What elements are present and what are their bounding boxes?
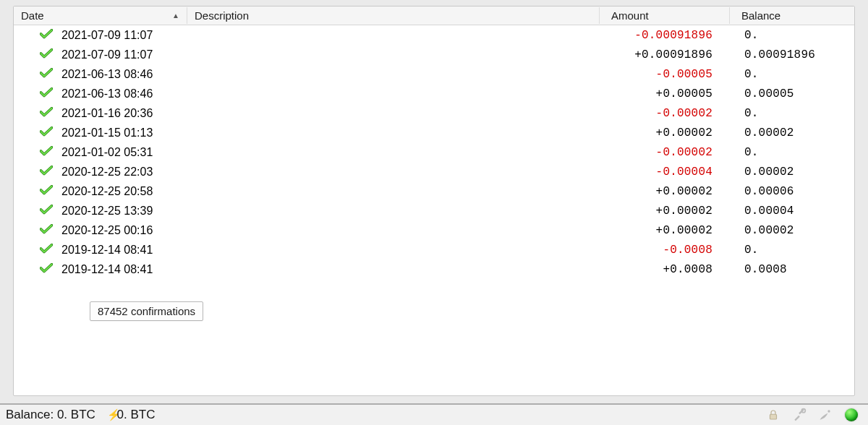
cell-balance: 0.: [730, 107, 854, 120]
cell-date: 2020-12-25 22:03: [14, 166, 187, 179]
sort-indicator-icon: ▲: [172, 11, 179, 19]
svg-point-1: [801, 409, 805, 413]
cell-balance: 0.00091896: [730, 48, 854, 61]
cell-balance: 0.00006: [730, 185, 854, 198]
table-row[interactable]: 2021-06-13 08:46-0.000050.: [14, 64, 854, 84]
cell-date: 2021-06-13 08:46: [14, 87, 187, 100]
cell-date: 2021-01-16 20:36: [14, 107, 187, 120]
status-left-group: Balance: 0. BTC ⚡ 0. BTC: [6, 408, 155, 422]
confirmed-check-icon: [40, 224, 53, 237]
table-row[interactable]: 2021-01-02 05:31-0.000020.: [14, 142, 854, 162]
cell-date-text: 2020-12-25 13:39: [61, 205, 153, 218]
confirmed-check-icon: [40, 126, 53, 139]
table-row[interactable]: 2021-07-09 11:07+0.000918960.00091896: [14, 45, 854, 64]
cell-balance: 0.00005: [730, 87, 854, 100]
column-header-balance-label: Balance: [741, 9, 780, 22]
cell-date-text: 2020-12-25 20:58: [61, 185, 153, 198]
table-row[interactable]: 2019-12-14 08:41-0.00080.: [14, 240, 854, 259]
status-balance: Balance: 0. BTC: [6, 408, 95, 422]
table-row[interactable]: 2020-12-25 00:16+0.000020.00002: [14, 220, 854, 240]
cell-amount: -0.00005: [600, 68, 730, 81]
cell-date-text: 2020-12-25 22:03: [61, 166, 153, 179]
cell-date-text: 2021-01-16 20:36: [61, 107, 153, 120]
cell-date-text: 2021-06-13 08:46: [61, 87, 153, 100]
confirmed-check-icon: [40, 244, 53, 257]
cell-amount: +0.00002: [600, 185, 730, 198]
column-header-amount-label: Amount: [611, 9, 649, 22]
status-balance-value: 0. BTC: [57, 408, 95, 421]
confirmed-check-icon: [40, 48, 53, 61]
confirmed-check-icon: [40, 205, 53, 218]
cell-amount: +0.00002: [600, 205, 730, 218]
cell-amount: +0.00091896: [600, 48, 730, 61]
table-row[interactable]: 2019-12-14 08:41+0.00080.0008: [14, 259, 854, 279]
cell-date-text: 2019-12-14 08:41: [61, 263, 153, 276]
network-led-icon[interactable]: [843, 407, 859, 423]
cell-amount: -0.00091896: [600, 29, 730, 42]
confirmed-check-icon: [40, 166, 53, 179]
cell-amount: -0.00002: [600, 107, 730, 120]
table-row[interactable]: 2021-01-15 01:13+0.000020.00002: [14, 123, 854, 142]
cell-date: 2021-07-09 11:07: [14, 48, 187, 61]
cell-date: 2021-07-09 11:07: [14, 29, 187, 42]
table-row[interactable]: 2020-12-25 20:58+0.000020.00006: [14, 181, 854, 201]
cell-amount: +0.0008: [600, 263, 730, 276]
cell-balance: 0.00004: [730, 205, 854, 218]
cell-date-text: 2020-12-25 00:16: [61, 224, 153, 237]
confirmed-check-icon: [40, 263, 53, 276]
confirmed-check-icon: [40, 29, 53, 42]
cell-date: 2021-01-15 01:13: [14, 126, 187, 139]
table-header: Date ▲ Description Amount Balance: [14, 7, 854, 25]
column-header-balance[interactable]: Balance: [730, 7, 854, 24]
cell-date-text: 2019-12-14 08:41: [61, 244, 153, 257]
seed-icon[interactable]: [817, 407, 833, 423]
cell-balance: 0.: [730, 146, 854, 159]
confirmations-tooltip: 87452 confirmations: [90, 301, 203, 321]
cell-balance: 0.00002: [730, 224, 854, 237]
cell-amount: +0.00002: [600, 224, 730, 237]
table-row[interactable]: 2021-06-13 08:46+0.000050.00005: [14, 84, 854, 103]
cell-amount: -0.00002: [600, 146, 730, 159]
column-header-date[interactable]: Date ▲: [14, 7, 187, 24]
table-row[interactable]: 2021-07-09 11:07-0.000918960.: [14, 25, 854, 45]
cell-balance: 0.00002: [730, 126, 854, 139]
status-lightning: ⚡ 0. BTC: [107, 408, 156, 422]
cell-balance: 0.: [730, 29, 854, 42]
wallet-history-window: Date ▲ Description Amount Balance 2021-0…: [0, 0, 868, 425]
confirmed-check-icon: [40, 185, 53, 198]
column-header-description-label: Description: [195, 9, 249, 22]
status-bar: Balance: 0. BTC ⚡ 0. BTC: [0, 403, 868, 425]
cell-date-text: 2021-01-15 01:13: [61, 126, 153, 139]
cell-amount: -0.00004: [600, 166, 730, 179]
table-row[interactable]: 2020-12-25 13:39+0.000020.00004: [14, 201, 854, 220]
column-header-description[interactable]: Description: [187, 7, 600, 24]
status-balance-label: Balance:: [6, 408, 54, 421]
svg-rect-0: [770, 414, 777, 419]
cell-date: 2020-12-25 20:58: [14, 185, 187, 198]
confirmed-check-icon: [40, 107, 53, 120]
lock-icon[interactable]: [765, 407, 781, 423]
confirmed-check-icon: [40, 68, 53, 81]
cell-date: 2019-12-14 08:41: [14, 263, 187, 276]
confirmations-tooltip-text: 87452 confirmations: [98, 305, 195, 317]
transaction-panel: Date ▲ Description Amount Balance 2021-0…: [13, 6, 855, 396]
confirmed-check-icon: [40, 146, 53, 159]
table-row[interactable]: 2020-12-25 22:03-0.000040.00002: [14, 162, 854, 181]
transaction-list: 2021-07-09 11:07-0.000918960. 2021-07-09…: [14, 25, 854, 279]
cell-amount: +0.00002: [600, 126, 730, 139]
column-header-amount[interactable]: Amount: [600, 7, 730, 24]
cell-date: 2021-06-13 08:46: [14, 68, 187, 81]
table-row[interactable]: 2021-01-16 20:36-0.000020.: [14, 103, 854, 123]
cell-date: 2019-12-14 08:41: [14, 244, 187, 257]
cell-date: 2020-12-25 13:39: [14, 205, 187, 218]
cell-amount: +0.00005: [600, 87, 730, 100]
tools-icon[interactable]: [791, 407, 807, 423]
status-right-group: [765, 407, 862, 423]
column-header-date-label: Date: [21, 9, 44, 22]
confirmed-check-icon: [40, 87, 53, 100]
cell-balance: 0.: [730, 244, 854, 257]
cell-date: 2021-01-02 05:31: [14, 146, 187, 159]
status-lightning-value: 0. BTC: [117, 408, 156, 421]
cell-amount: -0.0008: [600, 244, 730, 257]
cell-balance: 0.: [730, 68, 854, 81]
